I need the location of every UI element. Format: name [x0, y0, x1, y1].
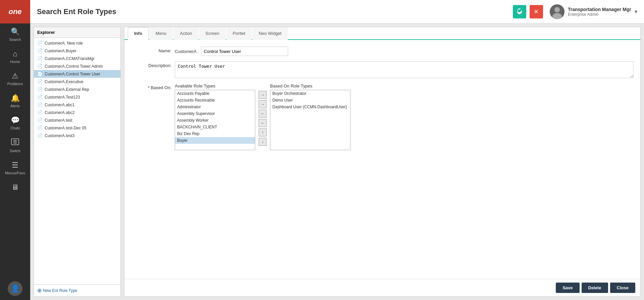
- list-item[interactable]: 📄 CustomerA.abc1: [34, 101, 120, 109]
- save-button[interactable]: Save: [556, 283, 579, 293]
- sidebar-item-alerts[interactable]: 🔔 Alerts: [0, 90, 30, 112]
- sidebar: one 🔍 Search ⌂ Home ⚠ Problems 🔔 Alerts …: [0, 0, 30, 300]
- description-input-group: Control Tower User: [175, 61, 634, 78]
- sidebar-item-chats[interactable]: 💬 Chats: [0, 112, 30, 134]
- plus-icon: ⊕: [37, 287, 42, 294]
- content-area: Explorer 📄 CustomerA. New role 📄 Custome…: [30, 23, 644, 300]
- tab-portlet[interactable]: Portlet: [226, 27, 252, 40]
- list-item[interactable]: Accounts Payable: [175, 90, 255, 97]
- delete-button[interactable]: Delete: [582, 283, 608, 293]
- list-item[interactable]: Demo User: [270, 97, 350, 104]
- list-item-label: CustomerA.CCMATransMgr: [45, 56, 95, 61]
- based-on-container: Available Role Types Accounts Payable Ac…: [175, 83, 351, 150]
- chevron-down-icon[interactable]: ▾: [635, 8, 637, 15]
- user-info: Transportation Manager Mgr Enterprise Ad…: [550, 4, 637, 19]
- list-item[interactable]: 📄 CustomerA.test-Dec 05: [34, 124, 120, 132]
- close-icon: ✕: [534, 8, 539, 15]
- main-area: Search Ent Role Types ✕ T: [30, 0, 644, 300]
- list-item[interactable]: 📄 CustomerA.Test123: [34, 93, 120, 101]
- available-role-types-container: Available Role Types Accounts Payable Ac…: [175, 83, 255, 150]
- file-icon: 📄: [37, 110, 43, 115]
- add-all-button[interactable]: →: [259, 100, 267, 108]
- based-on-row: * Based On: Available Role Types Account…: [131, 83, 634, 150]
- move-down-button[interactable]: ↓: [259, 138, 267, 146]
- sidebar-item-switch[interactable]: Switch: [0, 134, 30, 157]
- list-item[interactable]: 📄 CustomerA.abc2: [34, 109, 120, 116]
- sidebar-item-label: Menus/Favs: [5, 171, 25, 175]
- svg-point-5: [554, 7, 560, 12]
- tab-bar: Info Menu Action Screen Portlet Neo Widg…: [124, 27, 640, 40]
- based-on-label: * Based On:: [131, 83, 171, 90]
- new-role-label: New Ent Role Type: [43, 288, 77, 293]
- remove-button[interactable]: ←: [259, 110, 267, 118]
- alerts-icon: 🔔: [11, 94, 20, 103]
- move-up-button[interactable]: ↑: [259, 128, 267, 136]
- tab-menu[interactable]: Menu: [149, 27, 173, 40]
- list-item-label: CustomerA. New role: [45, 41, 83, 46]
- list-item-label: CustomerA.abc1: [45, 103, 74, 107]
- sidebar-item-search[interactable]: 🔍 Search: [0, 23, 30, 46]
- sidebar-item-problems[interactable]: ⚠ Problems: [0, 68, 30, 90]
- based-on-role-types-container: Based On Role Types Buyer Orchestrator D…: [270, 83, 351, 150]
- tab-screen[interactable]: Screen: [199, 27, 226, 40]
- based-on-role-types-label: Based On Role Types: [270, 83, 351, 88]
- menus-icon: ☰: [12, 161, 18, 170]
- list-item[interactable]: 📄 CustomerA.Control Tower Admin: [34, 62, 120, 70]
- detail-panel: Info Menu Action Screen Portlet Neo Widg…: [124, 27, 641, 297]
- list-item[interactable]: Assembly Supervisor: [175, 110, 255, 117]
- list-item-label: CustomerA.Test123: [45, 95, 80, 100]
- file-icon: 📄: [37, 102, 43, 107]
- list-item[interactable]: Dashboard User (CCMN.DashboardUser): [270, 104, 350, 110]
- sidebar-item-desktop[interactable]: 🖥: [0, 179, 30, 197]
- remove-all-button[interactable]: ←: [259, 119, 267, 127]
- list-item[interactable]: Administrator: [175, 104, 255, 110]
- file-icon: 📄: [37, 125, 43, 130]
- user-name: Transportation Manager Mgr: [568, 7, 631, 12]
- tab-action[interactable]: Action: [173, 27, 198, 40]
- user-details: Transportation Manager Mgr Enterprise Ad…: [568, 7, 631, 17]
- list-item[interactable]: 📄 CustomerA.Executive: [34, 78, 120, 85]
- file-icon: 📄: [37, 87, 43, 92]
- logo-text: one: [8, 7, 21, 16]
- list-item[interactable]: 📄 CustomerA.Buyer: [34, 47, 120, 55]
- sidebar-item-menus[interactable]: ☰ Menus/Favs: [0, 157, 30, 179]
- desktop-icon: 🖥: [11, 183, 19, 192]
- available-role-types-list[interactable]: Accounts Payable Accounts Receivable Adm…: [175, 90, 255, 150]
- search-icon: 🔍: [11, 27, 20, 36]
- list-item[interactable]: 📄 CustomerA. New role: [34, 39, 120, 47]
- refresh-button[interactable]: [513, 5, 526, 18]
- list-item[interactable]: BACKCHAIN_CLIENT: [175, 124, 255, 130]
- list-item-selected[interactable]: Buyer: [175, 137, 255, 144]
- description-field[interactable]: Control Tower User: [175, 61, 634, 78]
- app-logo[interactable]: one: [0, 0, 30, 23]
- topbar-close-button[interactable]: ✕: [530, 5, 543, 18]
- list-item[interactable]: 📄 CustomerA.test3: [34, 132, 120, 139]
- list-item-label: CustomerA.test-Dec 05: [45, 126, 87, 130]
- list-item-label: CustomerA.Control Tower User: [45, 72, 100, 76]
- list-item[interactable]: Assembly Worker: [175, 117, 255, 124]
- list-item[interactable]: 📄 CustomerA.External Rep: [34, 85, 120, 93]
- based-on-role-types-list[interactable]: Buyer Orchestrator Demo User Dashboard U…: [270, 90, 351, 150]
- file-icon: 📄: [37, 41, 43, 46]
- transfer-buttons: → → ← ← ↑ ↓: [259, 83, 267, 146]
- form-content: Name: CustomerA . Description: Control T…: [124, 40, 640, 279]
- tab-neo-widget[interactable]: Neo Widget: [252, 27, 288, 40]
- list-item[interactable]: Accounts Receivable: [175, 97, 255, 104]
- list-item[interactable]: 📄 CustomerA.CCMATransMgr: [34, 55, 120, 62]
- sidebar-item-avatar[interactable]: 👤: [0, 277, 30, 300]
- sidebar-item-label: Home: [10, 60, 20, 64]
- explorer-list: 📄 CustomerA. New role 📄 CustomerA.Buyer …: [34, 38, 120, 284]
- list-item[interactable]: Biz Dev Rep: [175, 130, 255, 137]
- list-item[interactable]: 📄 CustomerA.test: [34, 116, 120, 124]
- sidebar-item-home[interactable]: ⌂ Home: [0, 46, 30, 68]
- close-button[interactable]: Close: [610, 283, 635, 293]
- name-field[interactable]: [201, 47, 288, 56]
- file-icon: 📄: [37, 71, 43, 76]
- list-item[interactable]: Buyer Orchestrator: [270, 90, 350, 97]
- add-button[interactable]: →: [259, 91, 267, 99]
- list-item-selected[interactable]: 📄 CustomerA.Control Tower User: [34, 70, 120, 78]
- list-item-label: CustomerA.test: [45, 118, 72, 123]
- tab-info[interactable]: Info: [128, 27, 149, 40]
- file-icon: 📄: [37, 95, 43, 100]
- new-ent-role-type-button[interactable]: ⊕ New Ent Role Type: [34, 284, 120, 296]
